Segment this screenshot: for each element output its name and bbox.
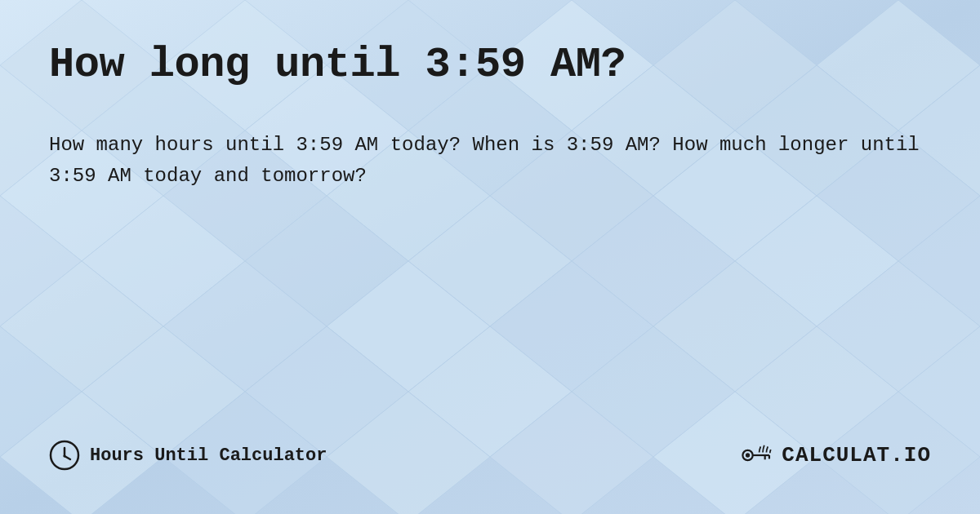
footer: Hours Until Calculator CAL (49, 437, 931, 481)
footer-left: Hours Until Calculator (49, 440, 327, 471)
calculat-io-icon (739, 437, 775, 473)
footer-right: CALCULAT.IO (739, 437, 931, 473)
calculat-brand-text: CALCULAT.IO (782, 443, 931, 467)
svg-point-55 (746, 453, 750, 457)
page-content: How long until 3:59 AM? How many hours u… (0, 0, 980, 514)
page-title: How long until 3:59 AM? (49, 41, 931, 89)
svg-point-53 (64, 455, 66, 458)
clock-icon (49, 440, 80, 471)
calculat-logo: CALCULAT.IO (739, 437, 931, 473)
footer-brand-text: Hours Until Calculator (90, 445, 327, 466)
page-description: How many hours until 3:59 AM today? When… (49, 130, 931, 193)
main-content: How long until 3:59 AM? How many hours u… (49, 41, 931, 437)
